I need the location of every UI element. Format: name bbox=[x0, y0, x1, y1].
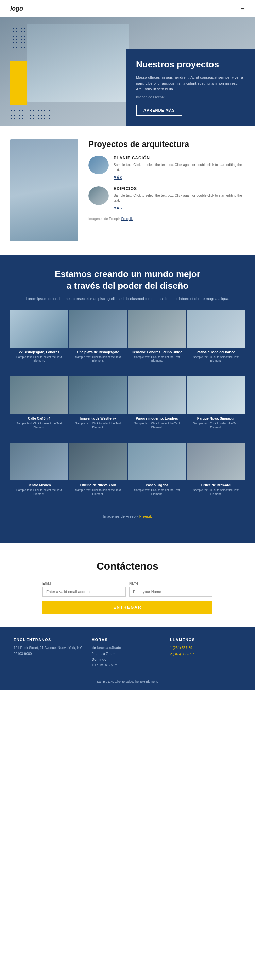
project-info: Oficina de Nueva YorkSample text. Click … bbox=[69, 480, 127, 509]
project-name: Imprenta de Westferry bbox=[72, 417, 124, 420]
submit-button[interactable]: ENTREGAR bbox=[43, 601, 212, 614]
arch-thumb-planning bbox=[88, 156, 109, 175]
hours-sunday: Domingo 10 a. m. a 6 p. m. bbox=[92, 657, 163, 668]
arch-content-buildings: EDIFICIOS Sample text. Click to select t… bbox=[113, 186, 245, 211]
arch-desc-buildings: Sample text. Click to select the text bo… bbox=[113, 193, 245, 203]
hero-description: Massa ultrices mi quis hendrerit. Ac ut … bbox=[136, 75, 245, 92]
project-description: Sample text. Click to select the Text El… bbox=[190, 355, 242, 363]
project-image bbox=[69, 443, 127, 480]
design-title: Estamos creando un mundo mejora través d… bbox=[10, 269, 245, 292]
project-image bbox=[128, 376, 186, 414]
phone2-link[interactable]: 2 (345) 333-897 bbox=[170, 651, 241, 657]
project-card: Calle Cañón 4Sample text. Click to selec… bbox=[10, 376, 68, 442]
project-description: Sample text. Click to select the Text El… bbox=[13, 488, 65, 496]
find-us-address: 121 Rock Street, 21 Avenue, Nueva York, … bbox=[14, 645, 85, 657]
name-input[interactable] bbox=[129, 587, 212, 597]
arch-title: Proyectos de arquitectura bbox=[88, 139, 245, 149]
yellow-accent bbox=[10, 61, 27, 105]
footer: ENCUENTRANOS 121 Rock Street, 21 Avenue,… bbox=[0, 627, 255, 690]
project-card: Cenador, Londres, Reino UnidoSample text… bbox=[128, 310, 186, 376]
project-info: Parque Nova, SingapurSample text. Click … bbox=[187, 414, 245, 442]
arch-right: Proyectos de arquitectura PLANIFICACIÓN … bbox=[88, 139, 245, 221]
hero-title: Nuestros proyectos bbox=[136, 59, 245, 70]
arch-image-credit: Imágenes de Freepik Freepik bbox=[88, 217, 245, 221]
arch-item-planning: PLANIFICACIÓN Sample text. Click to sele… bbox=[88, 156, 245, 180]
footer-bottom: Sample text. Click to select the Text El… bbox=[14, 675, 241, 684]
project-image bbox=[128, 443, 186, 480]
email-field-container: Email bbox=[43, 581, 126, 597]
project-info: Calle Cañón 4Sample text. Click to selec… bbox=[10, 414, 68, 442]
arch-thumb-buildings bbox=[88, 186, 109, 205]
arch-item-buildings: EDIFICIOS Sample text. Click to select t… bbox=[88, 186, 245, 211]
project-info: Cruce de BrowardSample text. Click to se… bbox=[187, 480, 245, 509]
learn-more-button[interactable]: APRENDE MÁS bbox=[136, 105, 182, 116]
project-description: Sample text. Click to select the Text El… bbox=[131, 422, 183, 430]
name-label: Name bbox=[129, 581, 139, 585]
arch-left bbox=[10, 139, 78, 242]
project-description: Sample text. Click to select the Text El… bbox=[190, 488, 242, 496]
project-image bbox=[187, 376, 245, 414]
project-image bbox=[128, 310, 186, 347]
arch-content-planning: PLANIFICACIÓN Sample text. Click to sele… bbox=[113, 156, 245, 180]
project-image bbox=[10, 310, 68, 347]
project-description: Sample text. Click to select the Text El… bbox=[72, 488, 124, 496]
project-name: 22 Bishopsgate, Londres bbox=[13, 350, 65, 354]
contact-title: Contáctenos bbox=[21, 560, 234, 572]
arch-freepik-link[interactable]: Freepik bbox=[121, 217, 132, 221]
footer-hours: HORAS de lunes a sábado 9 a. m. a 7 p. m… bbox=[92, 638, 163, 668]
dot-grid-top bbox=[7, 27, 27, 48]
project-name: Centro Médico bbox=[13, 483, 65, 487]
dot-grid-bottom bbox=[10, 109, 51, 123]
header: logo ≡ bbox=[0, 0, 255, 17]
project-name: Parque moderno, Londres bbox=[131, 417, 183, 420]
project-name: Cenador, Londres, Reino Unido bbox=[131, 350, 183, 354]
contact-row-1: Email Name bbox=[43, 581, 212, 597]
phone1-link[interactable]: 1 (234) 567-891 bbox=[170, 645, 241, 651]
arch-desc-planning: Sample text. Click to select the text bo… bbox=[113, 162, 245, 172]
freepik-link[interactable]: Freepik bbox=[139, 514, 152, 518]
design-subtitle: Lorem ipsum dolor sit amet, consectetur … bbox=[10, 296, 245, 301]
project-card: 22 Bishopsgate, LondresSample text. Clic… bbox=[10, 310, 68, 376]
project-image bbox=[10, 443, 68, 480]
project-description: Sample text. Click to select the Text El… bbox=[131, 488, 183, 496]
project-info: Una plaza de BishopsgateSample text. Cli… bbox=[69, 347, 127, 376]
email-input[interactable] bbox=[43, 587, 126, 597]
hero-team-photo bbox=[27, 24, 129, 102]
project-info: Patios al lado del bancoSample text. Cli… bbox=[187, 347, 245, 376]
hours-weekdays: de lunes a sábado 9 a. m. a 7 p. m. bbox=[92, 645, 163, 657]
project-description: Sample text. Click to select the Text El… bbox=[131, 355, 183, 363]
project-image bbox=[10, 376, 68, 414]
project-description: Sample text. Click to select the Text El… bbox=[13, 422, 65, 430]
project-name: Una plaza de Bishopsgate bbox=[72, 350, 124, 354]
project-card: Patios al lado del bancoSample text. Cli… bbox=[187, 310, 245, 376]
email-label: Email bbox=[43, 581, 51, 585]
arch-heading-planning: PLANIFICACIÓN bbox=[113, 156, 245, 161]
contact-form: Email Name ENTREGAR bbox=[43, 581, 212, 614]
grid-image-credit: Imágenes de Freepik Freepik bbox=[10, 514, 245, 520]
project-description: Sample text. Click to select the Text El… bbox=[72, 355, 124, 363]
project-card: Parque moderno, LondresSample text. Clic… bbox=[128, 376, 186, 442]
hours-heading: HORAS bbox=[92, 638, 163, 642]
project-name: Oficina de Nueva York bbox=[72, 483, 124, 487]
project-image bbox=[187, 443, 245, 480]
project-card: Cruce de BrowardSample text. Click to se… bbox=[187, 443, 245, 509]
name-field-container: Name bbox=[129, 581, 212, 597]
project-card: Parque Nova, SingapurSample text. Click … bbox=[187, 376, 245, 442]
find-us-heading: ENCUENTRANOS bbox=[14, 638, 85, 642]
arch-heading-buildings: EDIFICIOS bbox=[113, 186, 245, 191]
hamburger-icon[interactable]: ≡ bbox=[241, 4, 245, 13]
hero-section: Nuestros proyectos Massa ultrices mi qui… bbox=[0, 17, 255, 126]
footer-grid: ENCUENTRANOS 121 Rock Street, 21 Avenue,… bbox=[14, 638, 241, 668]
project-info: Imprenta de WestferrySample text. Click … bbox=[69, 414, 127, 442]
project-card: Paseo GigenaSample text. Click to select… bbox=[128, 443, 186, 509]
arch-more-planning[interactable]: MÁS bbox=[113, 176, 122, 180]
project-card: Centro MédicoSample text. Click to selec… bbox=[10, 443, 68, 509]
arch-more-buildings[interactable]: MÁS bbox=[113, 207, 122, 210]
footer-bottom-text: Sample text. Click to select the Text El… bbox=[14, 680, 241, 684]
project-info: Parque moderno, LondresSample text. Clic… bbox=[128, 414, 186, 442]
project-image bbox=[187, 310, 245, 347]
project-info: 22 Bishopsgate, LondresSample text. Clic… bbox=[10, 347, 68, 376]
project-info: Centro MédicoSample text. Click to selec… bbox=[10, 480, 68, 509]
footer-call-us: LLÁMENOS 1 (234) 567-891 2 (345) 333-897 bbox=[170, 638, 241, 668]
architecture-section: Proyectos de arquitectura PLANIFICACIÓN … bbox=[0, 126, 255, 255]
